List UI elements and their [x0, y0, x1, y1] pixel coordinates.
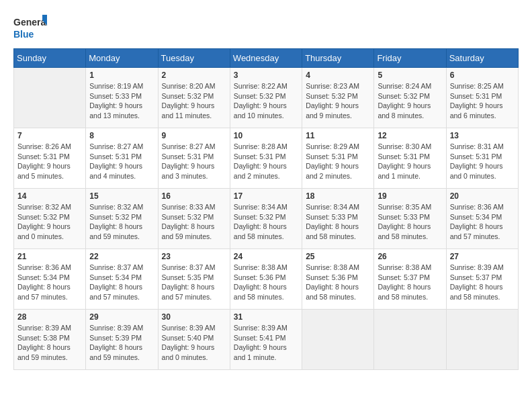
day-number: 19 — [378, 191, 442, 201]
day-info: Sunrise: 8:34 AMSunset: 5:32 PMDaylight:… — [234, 202, 298, 242]
day-cell: 18Sunrise: 8:34 AMSunset: 5:33 PMDayligh… — [302, 189, 374, 249]
weekday-header-row: SundayMondayTuesdayWednesdayThursdayFrid… — [14, 49, 519, 68]
day-number: 20 — [450, 191, 515, 201]
day-cell: 9Sunrise: 8:27 AMSunset: 5:31 PMDaylight… — [158, 128, 230, 189]
weekday-header-saturday: Saturday — [446, 49, 518, 68]
day-cell: 20Sunrise: 8:36 AMSunset: 5:34 PMDayligh… — [446, 189, 518, 249]
day-number: 25 — [306, 252, 370, 261]
day-number: 21 — [17, 252, 82, 261]
day-info: Sunrise: 8:27 AMSunset: 5:31 PMDaylight:… — [162, 142, 226, 181]
day-number: 29 — [89, 312, 154, 322]
day-cell: 17Sunrise: 8:34 AMSunset: 5:32 PMDayligh… — [230, 189, 302, 249]
day-number: 9 — [162, 131, 226, 140]
day-info: Sunrise: 8:33 AMSunset: 5:32 PMDaylight:… — [162, 202, 226, 242]
day-info: Sunrise: 8:22 AMSunset: 5:32 PMDaylight:… — [234, 81, 298, 121]
day-cell: 2Sunrise: 8:20 AMSunset: 5:32 PMDaylight… — [158, 68, 230, 128]
day-cell: 4Sunrise: 8:23 AMSunset: 5:32 PMDaylight… — [302, 68, 374, 128]
day-cell: 13Sunrise: 8:31 AMSunset: 5:31 PMDayligh… — [446, 128, 518, 189]
day-info: Sunrise: 8:38 AMSunset: 5:36 PMDaylight:… — [306, 263, 370, 302]
week-row-4: 21Sunrise: 8:36 AMSunset: 5:34 PMDayligh… — [14, 249, 519, 310]
day-number: 18 — [306, 191, 370, 201]
day-number: 11 — [306, 131, 370, 140]
day-info: Sunrise: 8:24 AMSunset: 5:32 PMDaylight:… — [378, 81, 442, 121]
day-cell: 5Sunrise: 8:24 AMSunset: 5:32 PMDaylight… — [374, 68, 446, 128]
day-cell — [374, 310, 446, 370]
weekday-header-sunday: Sunday — [14, 49, 86, 68]
day-number: 17 — [234, 191, 298, 201]
day-number: 23 — [162, 252, 226, 261]
day-number: 31 — [234, 312, 298, 322]
day-number: 6 — [450, 71, 515, 80]
day-info: Sunrise: 8:29 AMSunset: 5:31 PMDaylight:… — [306, 142, 370, 181]
svg-text:Blue: Blue — [13, 29, 34, 40]
week-row-1: 1Sunrise: 8:19 AMSunset: 5:33 PMDaylight… — [14, 68, 519, 128]
day-number: 26 — [378, 252, 442, 261]
day-info: Sunrise: 8:37 AMSunset: 5:35 PMDaylight:… — [162, 263, 226, 302]
day-number: 22 — [89, 252, 154, 261]
day-number: 8 — [89, 131, 154, 140]
day-number: 14 — [17, 191, 82, 201]
day-cell: 30Sunrise: 8:39 AMSunset: 5:40 PMDayligh… — [158, 310, 230, 370]
weekday-header-monday: Monday — [86, 49, 158, 68]
day-number: 28 — [17, 312, 82, 322]
day-info: Sunrise: 8:39 AMSunset: 5:38 PMDaylight:… — [17, 323, 82, 363]
day-number: 7 — [17, 131, 82, 140]
day-info: Sunrise: 8:25 AMSunset: 5:31 PMDaylight:… — [450, 81, 515, 121]
day-number: 16 — [162, 191, 226, 201]
day-cell: 16Sunrise: 8:33 AMSunset: 5:32 PMDayligh… — [158, 189, 230, 249]
svg-text:General: General — [13, 17, 47, 28]
day-cell: 6Sunrise: 8:25 AMSunset: 5:31 PMDaylight… — [446, 68, 518, 128]
day-cell: 11Sunrise: 8:29 AMSunset: 5:31 PMDayligh… — [302, 128, 374, 189]
day-info: Sunrise: 8:26 AMSunset: 5:31 PMDaylight:… — [17, 142, 82, 181]
day-info: Sunrise: 8:37 AMSunset: 5:34 PMDaylight:… — [89, 263, 154, 302]
day-cell: 19Sunrise: 8:35 AMSunset: 5:33 PMDayligh… — [374, 189, 446, 249]
day-info: Sunrise: 8:27 AMSunset: 5:31 PMDaylight:… — [89, 142, 154, 181]
day-info: Sunrise: 8:39 AMSunset: 5:37 PMDaylight:… — [450, 263, 515, 302]
day-number: 27 — [450, 252, 515, 261]
weekday-header-wednesday: Wednesday — [230, 49, 302, 68]
weekday-header-thursday: Thursday — [302, 49, 374, 68]
day-cell — [302, 310, 374, 370]
day-number: 13 — [450, 131, 515, 140]
day-cell: 25Sunrise: 8:38 AMSunset: 5:36 PMDayligh… — [302, 249, 374, 310]
calendar-table: SundayMondayTuesdayWednesdayThursdayFrid… — [13, 48, 519, 370]
day-info: Sunrise: 8:38 AMSunset: 5:36 PMDaylight:… — [234, 263, 298, 302]
week-row-2: 7Sunrise: 8:26 AMSunset: 5:31 PMDaylight… — [14, 128, 519, 189]
day-cell: 26Sunrise: 8:38 AMSunset: 5:37 PMDayligh… — [374, 249, 446, 310]
day-cell: 21Sunrise: 8:36 AMSunset: 5:34 PMDayligh… — [14, 249, 86, 310]
day-cell: 10Sunrise: 8:28 AMSunset: 5:31 PMDayligh… — [230, 128, 302, 189]
week-row-5: 28Sunrise: 8:39 AMSunset: 5:38 PMDayligh… — [14, 310, 519, 370]
day-cell: 31Sunrise: 8:39 AMSunset: 5:41 PMDayligh… — [230, 310, 302, 370]
week-row-3: 14Sunrise: 8:32 AMSunset: 5:32 PMDayligh… — [14, 189, 519, 249]
day-info: Sunrise: 8:39 AMSunset: 5:39 PMDaylight:… — [89, 323, 154, 363]
day-info: Sunrise: 8:30 AMSunset: 5:31 PMDaylight:… — [378, 142, 442, 181]
day-cell: 15Sunrise: 8:32 AMSunset: 5:32 PMDayligh… — [86, 189, 158, 249]
day-info: Sunrise: 8:23 AMSunset: 5:32 PMDaylight:… — [306, 81, 370, 121]
day-info: Sunrise: 8:20 AMSunset: 5:32 PMDaylight:… — [162, 81, 226, 121]
day-info: Sunrise: 8:31 AMSunset: 5:31 PMDaylight:… — [450, 142, 515, 181]
day-number: 10 — [234, 131, 298, 140]
day-cell: 27Sunrise: 8:39 AMSunset: 5:37 PMDayligh… — [446, 249, 518, 310]
day-info: Sunrise: 8:19 AMSunset: 5:33 PMDaylight:… — [89, 81, 154, 121]
day-number: 2 — [162, 71, 226, 80]
day-info: Sunrise: 8:36 AMSunset: 5:34 PMDaylight:… — [17, 263, 82, 302]
day-cell: 3Sunrise: 8:22 AMSunset: 5:32 PMDaylight… — [230, 68, 302, 128]
day-cell: 8Sunrise: 8:27 AMSunset: 5:31 PMDaylight… — [86, 128, 158, 189]
day-number: 4 — [306, 71, 370, 80]
day-number: 5 — [378, 71, 442, 80]
day-cell — [14, 68, 86, 128]
day-number: 1 — [89, 71, 154, 80]
day-cell: 14Sunrise: 8:32 AMSunset: 5:32 PMDayligh… — [14, 189, 86, 249]
page-header: General Blue — [13, 13, 519, 42]
day-info: Sunrise: 8:36 AMSunset: 5:34 PMDaylight:… — [450, 202, 515, 242]
day-cell: 22Sunrise: 8:37 AMSunset: 5:34 PMDayligh… — [86, 249, 158, 310]
logo-svg: General Blue — [13, 13, 47, 42]
day-cell: 24Sunrise: 8:38 AMSunset: 5:36 PMDayligh… — [230, 249, 302, 310]
day-info: Sunrise: 8:39 AMSunset: 5:40 PMDaylight:… — [162, 323, 226, 363]
day-number: 12 — [378, 131, 442, 140]
day-cell: 1Sunrise: 8:19 AMSunset: 5:33 PMDaylight… — [86, 68, 158, 128]
day-info: Sunrise: 8:38 AMSunset: 5:37 PMDaylight:… — [378, 263, 442, 302]
day-number: 3 — [234, 71, 298, 80]
weekday-header-tuesday: Tuesday — [158, 49, 230, 68]
day-number: 15 — [89, 191, 154, 201]
